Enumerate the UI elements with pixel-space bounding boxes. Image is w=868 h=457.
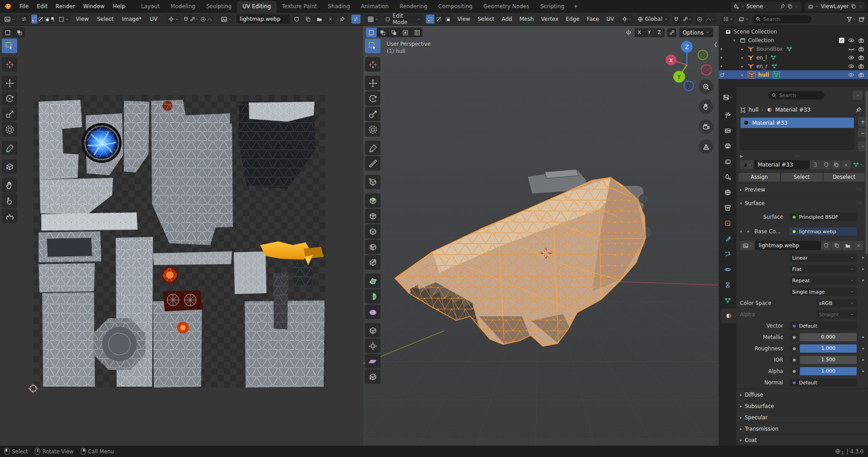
tool-extrude-region[interactable] [365, 193, 380, 208]
tool-cursor[interactable] [365, 57, 380, 72]
outliner-display-mode-dropdown[interactable] [721, 15, 735, 24]
new-image-icon[interactable] [304, 15, 312, 24]
menu-help[interactable]: Help [108, 0, 129, 12]
workspace-tab-shading[interactable]: Shading [322, 1, 355, 13]
uv-menu-select[interactable]: Select [94, 16, 116, 22]
breadcrumb-object[interactable]: hull [749, 107, 759, 113]
workspace-tab-uv-editing[interactable]: UV Editing [237, 1, 276, 13]
select-mode-new-button[interactable] [366, 28, 377, 37]
uv-snap-toggle[interactable] [183, 15, 189, 24]
hide-eye-icon[interactable] [848, 37, 854, 44]
workspace-tab-modeling[interactable]: Modeling [165, 1, 201, 13]
hide-eye-icon[interactable] [848, 46, 854, 52]
decorator-dot[interactable] [862, 359, 864, 361]
perspective-toggle-button[interactable] [699, 139, 713, 154]
properties-tab-view-layer[interactable] [719, 154, 736, 169]
zoom-button[interactable] [699, 79, 713, 94]
properties-tab-data[interactable] [719, 293, 736, 308]
new-collection-button[interactable] [858, 16, 865, 23]
outliner-row-en_l[interactable]: ▸ en_l [719, 53, 868, 62]
properties-tab-material[interactable] [720, 309, 736, 323]
expand-arrow-icon[interactable]: ▶ [740, 154, 743, 158]
new-layer-icon[interactable] [851, 4, 856, 9]
base-color-expander[interactable]: ▾ [740, 229, 747, 234]
tool-knife[interactable] [365, 255, 380, 270]
pin-id-icon[interactable] [855, 107, 862, 113]
outliner-search-input[interactable] [763, 16, 809, 22]
tool-edge-slide[interactable] [365, 323, 380, 338]
uv-sync-selection-toggle[interactable] [20, 15, 29, 24]
properties-tab-collection[interactable] [719, 201, 736, 215]
outliner-search[interactable] [752, 15, 812, 23]
tool-relax[interactable] [2, 193, 17, 208]
image-fake-user-button[interactable] [821, 241, 831, 250]
camera-view-button[interactable] [699, 119, 713, 134]
proportional-toggle[interactable] [695, 15, 704, 24]
surface-shader-field[interactable]: Principled BSDF [789, 213, 857, 221]
uv-select-mode-extend-button[interactable] [14, 28, 25, 37]
outliner-filter-id-dropdown[interactable] [737, 15, 750, 24]
viewport-menu-select[interactable]: Select [475, 16, 497, 22]
extension-dropdown[interactable]: Repeat [789, 276, 857, 285]
material-slot-list[interactable]: Material #33 [740, 117, 854, 150]
properties-editor-type-button[interactable] [719, 90, 736, 104]
image-unlink-button[interactable] [853, 241, 863, 250]
properties-tab-output[interactable] [719, 139, 736, 153]
viewport-menu-add[interactable]: Add [499, 16, 514, 22]
tool-shear[interactable] [365, 354, 380, 369]
decorator-dot[interactable] [862, 370, 864, 372]
transform-pivot-dropdown[interactable] [620, 15, 633, 24]
mirror-x-button[interactable]: X [635, 28, 645, 37]
menu-render[interactable]: Render [51, 0, 79, 12]
properties-search-input[interactable] [779, 93, 815, 98]
blender-logo-icon[interactable] [0, 3, 15, 10]
viewport-menu-uv[interactable]: UV [604, 16, 616, 22]
workspace-tab-compositing[interactable]: Compositing [433, 1, 478, 13]
open-image-icon[interactable] [315, 15, 324, 24]
tool-bevel[interactable] [365, 224, 380, 239]
uv-select-mode-new-button[interactable] [2, 28, 14, 37]
workspace-tab-texture-paint[interactable]: Texture Paint [276, 1, 322, 13]
hide-eye-icon[interactable] [848, 63, 854, 69]
workspace-tab-animation[interactable]: Animation [355, 1, 394, 13]
select-mode-extend-button[interactable] [377, 28, 389, 37]
disable-render-icon[interactable] [858, 72, 864, 78]
decorator-dot[interactable] [862, 280, 864, 281]
uv-sticky-selection-dropdown[interactable] [57, 15, 70, 24]
expander-icon[interactable]: ▸ [741, 73, 748, 77]
workspace-tab-rendering[interactable]: Rendering [394, 1, 433, 13]
unlink-material-button[interactable] [841, 160, 851, 169]
tool-pinch[interactable] [2, 209, 17, 223]
uv-select-face-button[interactable] [44, 15, 50, 24]
workspace-tab-layout[interactable]: Layout [136, 1, 165, 13]
mirror-y-button[interactable]: Y [645, 28, 655, 37]
hide-eye-icon[interactable] [848, 54, 854, 61]
expander-icon[interactable]: ▸ [741, 55, 748, 60]
properties-options-button[interactable] [853, 91, 863, 100]
metallic-slider[interactable]: 0.000 [800, 333, 857, 341]
browse-material-button[interactable] [740, 160, 754, 169]
copy-material-button[interactable] [831, 160, 841, 169]
decorator-dot[interactable] [862, 257, 864, 259]
mirror-z-button[interactable]: Z [655, 28, 665, 37]
select-mode-subtract-button[interactable] [389, 28, 400, 37]
tool-rip-region[interactable] [2, 159, 17, 174]
viewport-menu-view[interactable]: View [455, 16, 472, 22]
outliner-row-en_r[interactable]: ▸ en_r [719, 62, 868, 70]
snap-toggle[interactable] [672, 15, 681, 24]
properties-tab-particles[interactable] [719, 247, 736, 261]
tool-annotate[interactable] [365, 141, 380, 155]
material-name-field[interactable]: Material #33 [754, 160, 809, 169]
tool-cursor[interactable] [2, 57, 17, 72]
uv-proportional-toggle[interactable] [200, 15, 207, 24]
tool-loop-cut[interactable] [365, 240, 380, 254]
expander-icon[interactable]: ▸ [741, 47, 748, 51]
tool-inset-faces[interactable] [365, 209, 380, 223]
tool-tweak-select[interactable] [2, 39, 17, 53]
vector-field[interactable]: Default [789, 322, 857, 330]
uv-select-edge-button[interactable] [38, 15, 44, 24]
viewport-menu-face[interactable]: Face [585, 16, 602, 22]
image-copy-button[interactable] [832, 241, 842, 250]
vertex-mode-button[interactable] [426, 15, 434, 24]
assign-button[interactable]: Assign [739, 173, 780, 182]
